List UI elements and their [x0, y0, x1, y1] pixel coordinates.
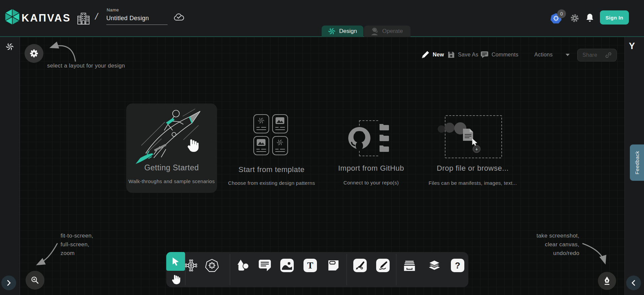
expand-left-panel-button[interactable]	[1, 276, 16, 290]
magnifier-plus-icon	[31, 276, 39, 285]
zoom-hint-text: fit-to-screen, full-screen, zoom	[61, 231, 93, 257]
tool-pan[interactable]	[170, 272, 182, 286]
tool-text[interactable]: T	[303, 259, 317, 272]
comment-bubble-icon	[258, 259, 272, 272]
cursor-arrow-icon	[172, 257, 180, 266]
save-floppy-icon	[448, 51, 455, 58]
tab-operate-label: Operate	[382, 28, 403, 35]
blob-circle	[438, 125, 445, 133]
tool-layers[interactable]	[428, 259, 441, 272]
layers-icon	[428, 259, 441, 272]
feedback-tab[interactable]: Feedback	[630, 144, 644, 181]
tab-operate[interactable]: Operate	[364, 26, 410, 37]
card-start-from-template[interactable]	[253, 114, 307, 158]
kubernetes-wheel-icon	[205, 258, 219, 272]
comments-bubble-icon	[480, 51, 489, 58]
new-design-button[interactable]: New	[421, 49, 444, 60]
image-icon	[282, 261, 292, 270]
tool-select[interactable]	[166, 252, 185, 271]
share-label: Share	[582, 52, 597, 58]
feedback-label: Feedback	[634, 151, 640, 174]
hand-cursor-icon	[186, 137, 199, 153]
share-button[interactable]: Share	[577, 49, 617, 61]
kanvas-logo-icon	[4, 8, 20, 25]
tool-shapes[interactable]	[236, 259, 250, 272]
pen-path-icon	[355, 261, 365, 270]
tool-palette: T	[166, 252, 468, 287]
card-title: Start from template	[226, 165, 317, 174]
card-subtitle: Walk-throughs and sample scenarios	[119, 178, 224, 184]
pen-mode-button[interactable]	[598, 272, 616, 290]
card-title: Drop file or browse...	[427, 164, 518, 173]
template-tile	[253, 114, 269, 133]
share-link-icon	[605, 52, 612, 58]
tool-circuit[interactable]	[184, 259, 198, 272]
left-rail-pinwheel-icon[interactable]	[5, 42, 14, 51]
design-name-input[interactable]	[106, 14, 168, 25]
cloud-synced-icon	[173, 13, 185, 23]
chevron-right-icon	[7, 280, 11, 286]
tab-design[interactable]: Design	[322, 26, 363, 37]
pen-nib-icon	[603, 276, 611, 286]
notifications-bell-icon	[585, 13, 594, 23]
tool-comments[interactable]	[258, 259, 272, 272]
help-glyph: ?	[455, 260, 460, 271]
kanvas-app: KAΠVAS	[0, 0, 644, 295]
k8s-count-badge: 0	[557, 9, 566, 18]
folder-icon	[379, 144, 390, 152]
template-tile	[272, 136, 288, 155]
save-as-label: Save As	[458, 52, 478, 58]
tool-pen[interactable]	[353, 259, 367, 272]
notifications-button[interactable]	[585, 13, 594, 24]
toolbar-divider	[347, 254, 347, 285]
tool-kubernetes[interactable]	[205, 259, 219, 272]
tool-archive[interactable]	[403, 259, 416, 272]
template-tile	[253, 136, 269, 155]
card-import-github[interactable]	[347, 119, 397, 160]
chevron-left-icon	[632, 280, 636, 286]
sticky-note-icon	[327, 259, 340, 272]
tool-pencil[interactable]	[376, 259, 390, 272]
chevron-down-icon	[565, 53, 570, 56]
text-tool-glyph: T	[307, 260, 313, 271]
top-header-bar: KAΠVAS	[0, 0, 644, 37]
card-subtitle: Connect to your repo(s)	[326, 180, 417, 185]
github-octocat-icon	[347, 126, 371, 150]
plus-badge-icon: +	[473, 145, 480, 153]
card-drop-file[interactable]: +	[437, 114, 505, 160]
left-rail	[0, 37, 20, 295]
comments-button[interactable]: Comments	[480, 49, 518, 60]
actions-dropdown[interactable]: Actions	[534, 49, 570, 60]
settings-gear-icon	[570, 14, 579, 23]
sign-in-button[interactable]: Sign In	[600, 10, 629, 25]
brand-name: KAΠVAS	[22, 12, 71, 24]
org-building-button[interactable]	[77, 12, 90, 25]
folder-icon	[379, 133, 390, 141]
breadcrumb-separator: /	[94, 11, 99, 22]
template-tile	[272, 114, 288, 133]
tab-design-label: Design	[339, 28, 357, 35]
card-title: Getting Started	[126, 163, 217, 172]
circuit-chip-icon	[184, 259, 198, 272]
tool-image[interactable]	[280, 259, 294, 272]
shapes-icon	[236, 259, 250, 272]
pencil-scribble-icon	[378, 261, 388, 270]
rocket-sketch-illustration	[133, 107, 210, 164]
kubernetes-status-button[interactable]: 0	[550, 10, 568, 24]
tool-sticky-note[interactable]	[327, 259, 340, 272]
comments-label: Comments	[492, 52, 518, 58]
hand-pan-icon	[171, 273, 181, 285]
layout-picker-button[interactable]	[25, 44, 43, 63]
card-subtitle: Files can be manifests, images, text...	[422, 180, 523, 186]
tool-help[interactable]: ?	[451, 259, 464, 272]
save-as-button[interactable]: Save As	[448, 49, 478, 60]
zoom-button[interactable]	[26, 271, 44, 290]
pencil-new-icon	[421, 50, 430, 59]
folder-icon	[379, 123, 390, 131]
card-title: Import from GitHub	[326, 164, 417, 173]
expand-right-panel-button[interactable]	[626, 276, 641, 290]
settings-button[interactable]	[570, 14, 579, 24]
y-logo-icon: Y	[629, 41, 635, 51]
toolbar-divider	[230, 254, 230, 285]
archive-drawer-icon	[403, 259, 416, 272]
